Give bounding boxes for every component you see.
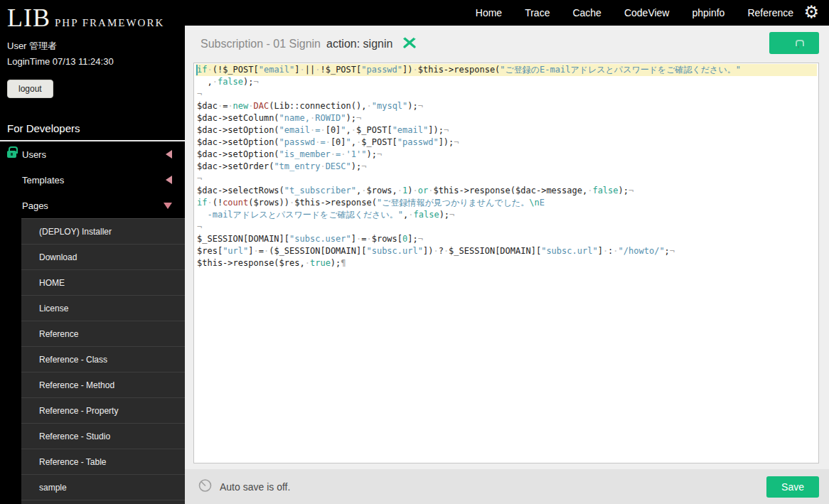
code-token-pl: $dac->selectRows(: [197, 186, 284, 195]
pages-submenu-item[interactable]: Reference: [21, 321, 185, 347]
code-token-str: "ご登録情報が見つかりませんでした。: [377, 198, 529, 208]
code-token-pl: ]: [351, 234, 356, 244]
code-token-ws: ·: [366, 234, 371, 244]
code-line[interactable]: if·(!count($rows))·$this->response("ご登録情…: [196, 197, 817, 209]
code-line[interactable]: ¬: [196, 88, 817, 100]
code-token-str: E: [540, 198, 545, 208]
code-token-str: "passwd": [397, 137, 439, 147]
code-token-pl: $dac->setOrder(: [197, 161, 274, 171]
code-token-eol: ¬: [444, 125, 449, 135]
top-menu-item-phpinfo[interactable]: phpinfo: [692, 7, 724, 18]
app-logo[interactable]: LIBPHP FRAMEWORK: [0, 0, 185, 33]
code-token-str: "t_subscriber": [284, 186, 356, 195]
code-token-pl: $dac->setOption(: [197, 149, 279, 159]
code-editor[interactable]: if·(!$_POST["email"]·||·!$_POST["passwd"…: [193, 63, 819, 463]
code-token-pl: ];: [407, 234, 417, 244]
pages-submenu-item[interactable]: (DEPLOY) Installer: [21, 219, 185, 245]
code-token-eol: ¬: [454, 137, 459, 147]
code-token-pl: ||: [305, 65, 315, 75]
top-menu-item-trace[interactable]: Trace: [525, 7, 550, 18]
sidebar-item-pages[interactable]: Pages: [0, 193, 185, 218]
code-token-pl: ]): [402, 65, 412, 75]
save-button[interactable]: Save: [766, 476, 819, 498]
code-line[interactable]: ,·false);¬: [196, 76, 817, 88]
code-line[interactable]: $dac->setOrder("tm_entry·DESC");¬: [196, 161, 817, 173]
tools-icon[interactable]: [401, 35, 418, 53]
code-line[interactable]: $dac->setOption("email·=·[0]",·$_POST["e…: [196, 124, 817, 136]
code-token-eol: ¬: [629, 186, 633, 195]
pages-submenu-item[interactable]: Reference - Class: [21, 347, 185, 372]
code-token-eol: ¬: [197, 173, 202, 183]
code-token-pl: [197, 210, 207, 220]
top-menu: HomeTraceCacheCodeViewphpinfoReference: [476, 0, 822, 26]
sidebar-item-label: Pages: [22, 200, 48, 211]
pages-submenu-item[interactable]: sample: [21, 475, 185, 500]
code-token-eol: ¬: [356, 113, 361, 123]
text-cursor: [196, 65, 198, 75]
pages-submenu-item[interactable]: Reference - Property: [21, 398, 185, 424]
top-menu-item-home[interactable]: Home: [476, 7, 502, 18]
pages-submenu-item[interactable]: License: [21, 296, 185, 321]
gear-icon[interactable]: ⚙: [803, 4, 819, 21]
code-line[interactable]: -mailアドレスとパスワードをご確認ください。",·false);¬: [196, 209, 817, 221]
top-menu-item-reference[interactable]: Reference: [747, 7, 793, 18]
code-token-pl: );: [366, 149, 376, 159]
code-token-pl: !$_POST[: [320, 65, 361, 75]
pages-submenu: (DEPLOY) InstallerDownloadHOMELicenseRef…: [21, 218, 185, 504]
code-token-str: ": [341, 125, 346, 135]
code-token-ws: ·: [408, 210, 413, 220]
code-line[interactable]: $dac->setColumn("name,·ROWID");¬: [196, 112, 817, 124]
lock-icon: [7, 151, 16, 158]
code-token-pl: [0]: [326, 125, 341, 135]
code-token-pl: $this->response(: [418, 65, 501, 75]
code-token-str: "subsc.url": [541, 246, 597, 256]
code-line[interactable]: $dac->setOption("is_member·=·'1'");¬: [196, 149, 817, 161]
pages-submenu-item[interactable]: Reference - Method: [21, 372, 185, 398]
code-token-ws: ·: [207, 198, 212, 208]
pages-submenu-item[interactable]: HOME: [21, 270, 185, 296]
code-token-str: "tm_entry: [274, 161, 320, 171]
sidebar-item-users[interactable]: Users: [0, 141, 185, 167]
code-line[interactable]: ¬: [196, 173, 817, 185]
top-menu-item-codeview[interactable]: CodeView: [624, 7, 670, 18]
code-line[interactable]: $dac->setOption("passwd·=·[0]",·$_POST["…: [196, 136, 817, 149]
pages-submenu-item[interactable]: Reference - Table: [21, 449, 185, 475]
logout-button[interactable]: logout: [7, 80, 53, 98]
chevron-left-icon: [166, 150, 172, 159]
code-token-eol: ¬: [418, 101, 423, 111]
code-token-fn: count: [223, 198, 248, 208]
code-token-pl: =: [259, 246, 264, 256]
code-line[interactable]: $res["url"]·=·($_SESSION[DOMAIN]["subsc.…: [196, 245, 817, 257]
code-token-kw: new: [233, 101, 249, 111]
code-line[interactable]: $dac·=·new·DAC(Lib::connection(),·"mysql…: [196, 100, 817, 112]
code-line[interactable]: if·(!$_POST["email"]·||·!$_POST["passwd"…: [196, 64, 817, 76]
sidebar-item-templates[interactable]: Templates: [0, 167, 185, 193]
code-token-eol: ¬: [377, 149, 382, 159]
code-token-pl: ]: [598, 246, 603, 256]
code-line[interactable]: $this->response($res,·true);¶: [196, 257, 817, 269]
code-token-str: "is_member: [279, 149, 331, 159]
code-token-str: "mysql": [372, 101, 408, 111]
code-line[interactable]: $dac->selectRows("t_subscriber",·$rows,·…: [196, 185, 817, 197]
top-menu-item-cache[interactable]: Cache: [572, 7, 601, 18]
code-token-kw: or: [418, 186, 428, 195]
code-token-ws: ·: [305, 258, 310, 268]
code-token-ws: ·: [341, 149, 346, 159]
code-token-pl: ;: [665, 246, 670, 256]
code-token-pl: ]);: [439, 137, 454, 147]
code-token-str: "subsc.url": [366, 246, 422, 256]
code-token-ws: ·: [397, 186, 402, 195]
pages-submenu-item[interactable]: Search: [21, 500, 185, 504]
sidebar: LIBPHP FRAMEWORK User 管理者 LoginTime 07/1…: [0, 0, 185, 504]
lock-button[interactable]: [769, 32, 819, 54]
sidebar-item-label: Templates: [22, 175, 64, 186]
code-line[interactable]: $_SESSION[DOMAIN]["subsc.user"]·=·$rows[…: [196, 233, 817, 245]
pages-submenu-item[interactable]: Reference - Studio: [21, 424, 185, 449]
code-token-pl: $this->response(: [294, 198, 377, 208]
code-token-pl: );: [243, 77, 253, 87]
code-token-ws: ·: [320, 161, 325, 171]
pages-submenu-item[interactable]: Download: [21, 245, 185, 270]
code-token-ws: ·: [213, 77, 218, 87]
code-token-kw: false: [218, 77, 243, 87]
code-line[interactable]: ¬: [196, 221, 817, 233]
